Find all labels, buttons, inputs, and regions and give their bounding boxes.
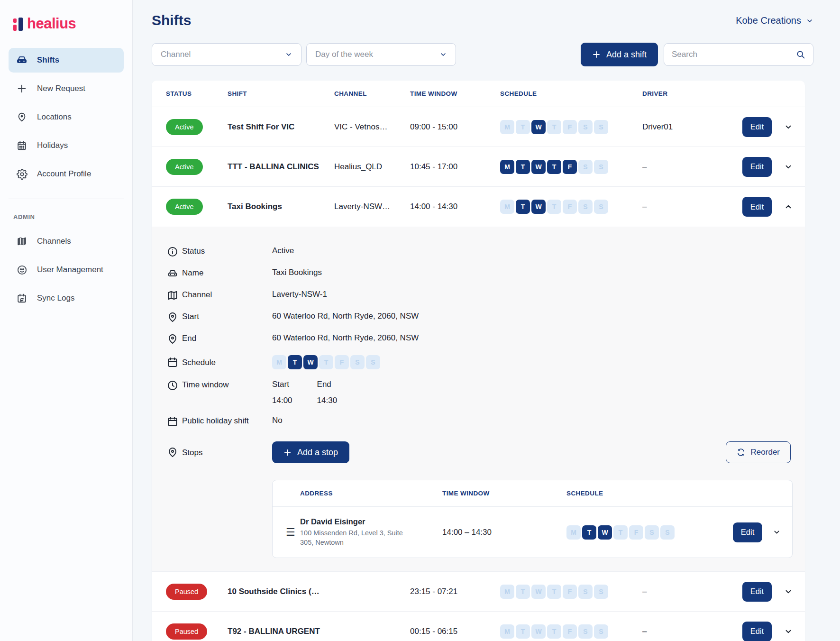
schedule-days: MTWTFSS [272,355,380,369]
day-badge: T [516,200,530,214]
table-row: Active TTT - BALLINA CLINICS Healius_QLD… [152,147,805,187]
drag-handle-icon[interactable]: ☰ [286,526,295,538]
location-pin-icon [152,333,182,345]
day-badge: T [516,160,530,174]
day-badge: F [335,355,349,369]
table-header: STATUS SHIFT CHANNEL TIME WINDOW SCHEDUL… [152,81,805,107]
column-header-time-window: TIME WINDOW [410,90,500,97]
chevron-down-icon[interactable] [784,123,793,131]
chevron-down-icon[interactable] [784,587,793,596]
schedule-days: MTWTFSS [500,160,642,174]
table-row: Paused 10 Southside Clinics (… 23:15 - 0… [152,572,805,612]
day-badge: T [516,624,530,639]
day-badge: W [303,355,318,369]
day-badge: S [594,160,608,174]
stops-table: ADDRESS TIME WINDOW SCHEDULE ☰ Dr David … [272,480,793,558]
day-badge: S [594,200,608,214]
day-badge: W [531,624,546,639]
day-badge: S [660,525,675,540]
shift-time-window: 00:15 - 06:15 [410,627,500,636]
channel-filter-placeholder: Channel [161,50,191,59]
plus-icon [283,449,292,457]
search-icon[interactable] [796,50,805,59]
schedule-days: MTWTFSS [500,624,642,639]
day-badge: W [531,585,546,599]
day-badge: T [516,120,530,134]
add-stop-button[interactable]: Add a stop [272,441,349,463]
sidebar-item-account-profile[interactable]: Account Profile [9,162,124,186]
column-header-schedule: SCHEDULE [566,490,723,497]
edit-button[interactable]: Edit [742,197,772,217]
shift-driver: Driver01 [642,122,725,132]
day-badge: M [500,160,514,174]
day-badge: W [531,160,546,174]
day-badge: F [563,160,577,174]
reorder-icon [737,448,745,457]
detail-name-label: Name [182,268,272,278]
calendar-icon [16,140,27,151]
day-badge: T [547,200,561,214]
sidebar-item-shifts[interactable]: Shifts [9,48,124,73]
account-menu[interactable]: Kobe Creations [736,15,813,26]
edit-button[interactable]: Edit [742,622,772,641]
schedule-days: MTWTFSS [500,200,642,214]
sidebar-item-user-management[interactable]: User Management [9,257,124,282]
time-window-end-label: End [317,380,338,389]
shift-channel: Laverty-NSW… [334,202,410,211]
reorder-button[interactable]: Reorder [726,441,791,463]
chevron-down-icon [285,51,292,58]
shift-driver: – [642,162,725,172]
day-badge: W [598,525,612,540]
day-badge: T [547,120,561,134]
day-badge: S [578,160,593,174]
schedule-days: MTWTFSS [500,120,642,134]
add-stop-label: Add a stop [297,448,338,458]
column-header-driver: DRIVER [642,90,725,97]
column-header-channel: CHANNEL [334,90,410,97]
chevron-down-icon[interactable] [784,627,793,636]
day-badge: S [578,120,593,134]
detail-channel-value: Laverty-NSW-1 [272,290,327,299]
chevron-up-icon[interactable] [784,202,793,211]
table-row-expanded: Active Taxi Bookings Laverty-NSW… 14:00 … [152,187,805,227]
healius-logo: healius [9,13,124,32]
sidebar-item-label: User Management [37,265,103,275]
day-badge: W [531,200,546,214]
chevron-down-icon[interactable] [773,528,781,536]
sidebar-item-locations[interactable]: Locations [9,105,124,129]
time-window-start-label: Start [272,380,292,389]
toolbar: Channel Day of the week Add a shift [152,43,813,66]
edit-button[interactable]: Edit [742,582,772,602]
edit-button[interactable]: Edit [742,117,772,137]
chevron-down-icon [806,17,813,25]
sidebar-item-label: New Request [37,84,85,93]
detail-name-value: Taxi Bookings [272,268,322,277]
day-badge: S [645,525,659,540]
gear-icon [16,168,27,180]
location-pin-icon [152,447,182,458]
search-input[interactable] [672,50,796,59]
schedule-days: MTWTFSS [566,525,723,540]
sidebar-item-new-request[interactable]: New Request [9,76,124,101]
channel-filter-dropdown[interactable]: Channel [152,43,301,66]
sidebar-item-holidays[interactable]: Holidays [9,133,124,158]
edit-button[interactable]: Edit [742,157,772,177]
reorder-label: Reorder [751,448,780,457]
shift-name: 10 Southside Clinics (… [228,587,334,596]
add-shift-label: Add a shift [606,50,647,60]
day-badge: F [563,624,577,639]
day-badge: T [547,585,561,599]
sidebar-item-label: Account Profile [37,169,91,179]
add-shift-button[interactable]: Add a shift [581,43,658,66]
sidebar-item-sync-logs[interactable]: Sync Logs [9,286,124,311]
shift-time-window: 23:15 - 07:21 [410,587,500,596]
day-badge: F [563,585,577,599]
status-badge: Paused [166,623,207,640]
chevron-down-icon[interactable] [784,163,793,171]
location-pin-icon [16,111,27,123]
day-filter-dropdown[interactable]: Day of the week [306,43,456,66]
sidebar-item-channels[interactable]: Channels [9,229,124,254]
map-icon [152,290,182,301]
edit-button[interactable]: Edit [733,522,762,542]
day-badge: T [288,355,302,369]
